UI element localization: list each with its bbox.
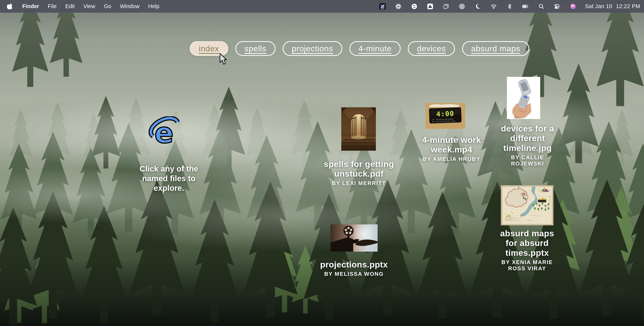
file-name: absurd maps for absurd times.pptx: [499, 229, 556, 258]
file-label-spells[interactable]: spells for getting unstuck.pdf BY LEXI M…: [319, 159, 398, 186]
nav-pill-4-minute[interactable]: 4-minute: [350, 41, 401, 56]
desktop-hint-text: Click any of the named files to explore.: [135, 164, 203, 193]
battery-charging-icon[interactable]: [522, 2, 530, 10]
nav-pill-devices[interactable]: devices: [408, 41, 455, 56]
siri-icon[interactable]: [569, 2, 577, 10]
menu-time[interactable]: 12:22 PM: [616, 3, 640, 9]
spotlight-search-icon[interactable]: [537, 2, 545, 10]
file-author: BY AMELIA HRUBY: [421, 156, 482, 162]
focus-moon-icon[interactable]: [474, 2, 482, 10]
file-thumbnail-4-minute[interactable]: 4:00 FM — 88 92 96 100 104 108 MHz AM — …: [426, 103, 465, 129]
mouse-cursor: [219, 53, 228, 65]
airplay-rings-icon[interactable]: [458, 2, 466, 10]
nav-pill-absurd-maps[interactable]: absurd maps: [462, 41, 530, 56]
shazam-icon[interactable]: [410, 2, 418, 10]
menu-window[interactable]: Window: [120, 3, 139, 9]
nav-pill-row: index spells projections 4-minute device…: [190, 41, 529, 56]
chatgpt-icon[interactable]: [394, 2, 402, 10]
alarm-clock-time: 4:00: [436, 110, 454, 118]
file-author: BY CALLIE ROJEWSKI: [499, 154, 556, 167]
file-name: 4-minute work week.mp4: [421, 135, 482, 154]
window-layers-icon[interactable]: [442, 2, 450, 10]
menu-go[interactable]: Go: [104, 3, 111, 9]
menu-date[interactable]: Sat Jan 10: [585, 3, 612, 9]
file-thumbnail-projections[interactable]: [330, 224, 378, 252]
wifi-icon[interactable]: [490, 2, 498, 10]
file-label-devices[interactable]: devices for a different timeline.jpg BY …: [499, 124, 556, 167]
file-author: BY XENIA MARIE ROSS VIRAY: [499, 259, 556, 272]
file-thumbnail-spells[interactable]: [341, 107, 376, 151]
file-label-absurd-maps[interactable]: absurd maps for absurd times.pptx BY XEN…: [499, 229, 556, 272]
file-thumbnail-devices[interactable]: [507, 77, 540, 119]
menu-view[interactable]: View: [84, 3, 95, 9]
triangle-app-icon[interactable]: [426, 2, 434, 10]
menu-app-name[interactable]: Finder: [22, 3, 39, 9]
file-author: BY MELISSA WONG: [308, 271, 399, 277]
nav-pill-spells[interactable]: spells: [236, 41, 276, 56]
bluetooth-icon[interactable]: [506, 2, 514, 10]
menu-bar: Finder File Edit View Go Window Help: [0, 0, 644, 13]
menu-file[interactable]: File: [48, 3, 57, 9]
file-thumbnail-absurd-maps[interactable]: [501, 185, 554, 225]
colorful-app-icon[interactable]: [378, 2, 386, 10]
nav-pill-projections[interactable]: projections: [283, 41, 342, 56]
file-label-4-minute[interactable]: 4-minute work week.mp4 BY AMELIA HRUBY: [421, 135, 482, 162]
control-center-icon[interactable]: [553, 2, 561, 10]
file-name: spells for getting unstuck.pdf: [319, 159, 398, 179]
file-name: projections.pptx: [308, 260, 399, 269]
file-label-projections[interactable]: projections.pptx BY MELISSA WONG: [308, 260, 399, 277]
menu-help[interactable]: Help: [148, 3, 160, 9]
apple-menu-icon[interactable]: [6, 2, 14, 10]
menu-edit[interactable]: Edit: [65, 3, 75, 9]
file-author: BY LEXI MERRITT: [319, 180, 398, 186]
internet-explorer-logo: e: [148, 116, 181, 150]
file-name: devices for a different timeline.jpg: [499, 124, 556, 153]
